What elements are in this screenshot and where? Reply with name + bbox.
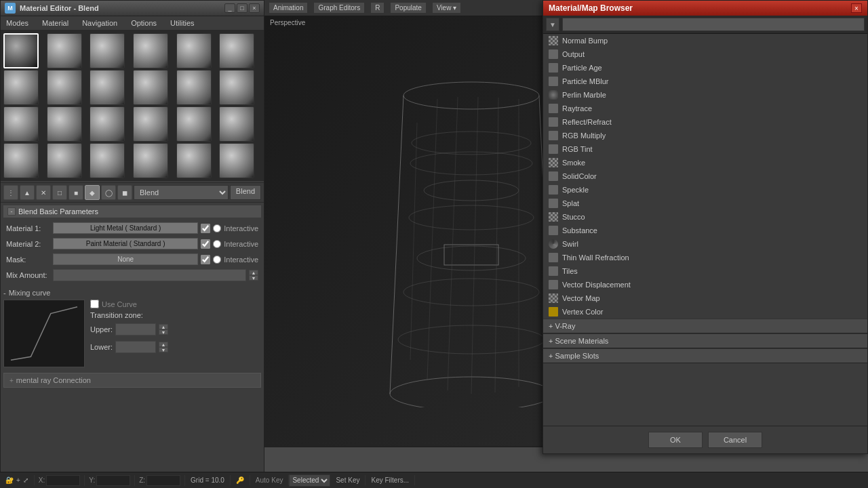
sphere-15[interactable] [90,106,125,142]
tb-delete[interactable]: ✕ [36,185,51,200]
tb-sphere[interactable]: ◯ [101,185,116,200]
sb-set-key-label[interactable]: Set Key [330,475,366,485]
mb-item-output[interactable]: Output [543,47,867,61]
mb-item-rgb-multiply[interactable]: RGB Multiply [543,129,867,142]
mb-item-smoke[interactable]: Smoke [543,156,867,169]
me-menu-modes[interactable]: Modes [3,18,31,28]
mb-item-normal-bump[interactable]: Normal Bump [543,34,867,47]
mb-item-swirl[interactable]: Swirl [543,237,867,251]
me-menu-options[interactable]: Options [128,18,159,28]
mb-item-vector-map[interactable]: Vector Map [543,291,867,305]
mb-search-input[interactable] [562,18,865,31]
rendering-button[interactable]: R [370,2,384,14]
sphere-13[interactable] [3,106,39,142]
sphere-14[interactable] [47,106,82,142]
sb-z-input[interactable] [146,475,180,486]
mb-item-vertex-color[interactable]: Vertex Color [543,305,867,319]
lower-down-arrow[interactable]: ▼ [159,347,168,352]
sphere-19[interactable] [3,143,39,178]
sphere-2[interactable] [47,33,82,68]
material2-radio[interactable] [213,240,221,248]
mb-item-stucco[interactable]: Stucco [543,210,867,224]
sphere-11[interactable] [176,70,212,105]
me-minimize-button[interactable]: _ [224,3,235,13]
material2-checkbox[interactable] [201,239,210,249]
sphere-17[interactable] [176,106,212,142]
mb-item-splat[interactable]: Splat [543,197,867,210]
mb-item-raytrace[interactable]: Raytrace [543,102,867,115]
mix-down-arrow[interactable]: ▼ [249,275,258,281]
mask-radio[interactable] [213,256,221,264]
view-button[interactable]: View ▾ [432,2,461,14]
mental-ray-bar[interactable]: + mental ray Connection [3,373,261,388]
lower-input[interactable]: 0.25 [115,341,156,353]
mb-item-vector-displacement[interactable]: Vector Displacement [543,278,867,291]
me-close-button[interactable]: × [249,3,260,13]
mix-amount-spinner[interactable]: ▲ ▼ [249,270,258,281]
mb-item-perlin-marble[interactable]: Perlin Marble [543,88,867,102]
sphere-21[interactable] [90,143,125,178]
mb-item-reflect/refract[interactable]: Reflect/Refract [543,115,867,129]
use-curve-checkbox[interactable] [90,300,99,308]
tb-paste[interactable]: ■ [68,185,83,200]
sphere-5[interactable] [176,33,212,68]
mb-sample-slots-section[interactable]: + Sample Slots [543,348,867,363]
mb-item-solidcolor[interactable]: SolidColor [543,169,867,183]
tb-checker[interactable]: ◼ [117,185,132,200]
tb-get-from-scene[interactable]: ▲ [20,185,35,200]
mb-item-tiles[interactable]: Tiles [543,264,867,278]
mb-scene-materials-section[interactable]: + Scene Materials [543,333,867,348]
curve-canvas[interactable] [3,300,85,367]
mb-item-substance[interactable]: Substance [543,224,867,237]
mask-checkbox[interactable] [201,255,210,264]
upper-input[interactable]: 0.75 [115,323,156,336]
collapse-btn[interactable]: - [7,207,16,216]
sb-x-input[interactable] [46,475,80,486]
mb-item-thin-wall-refraction[interactable]: Thin Wall Refraction [543,251,867,264]
lower-up-arrow[interactable]: ▲ [159,342,168,347]
upper-up-arrow[interactable]: ▲ [159,324,168,329]
tb-active[interactable]: ◆ [85,185,100,200]
sphere-10[interactable] [133,70,168,105]
sphere-12[interactable] [219,70,254,105]
mb-vray-section[interactable]: + V-Ray [543,319,867,333]
sb-selected-dropdown[interactable]: Selected [289,474,330,487]
me-restore-button[interactable]: □ [237,3,248,13]
sphere-4[interactable] [133,33,168,68]
animate-button[interactable]: Animation [269,2,308,14]
blend-type-select[interactable]: Blend [134,185,229,200]
sb-y-input[interactable] [96,475,130,486]
sb-key-filters-label[interactable]: Key Filters... [366,475,415,485]
mb-item-rgb-tint[interactable]: RGB Tint [543,142,867,156]
sphere-18[interactable] [219,106,254,142]
mb-item-particle-mblur[interactable]: Particle MBlur [543,75,867,88]
mb-close-button[interactable]: × [851,3,862,13]
sphere-1[interactable] [3,33,39,68]
mix-amount-input[interactable]: 100.0 [53,269,246,281]
sphere-24[interactable] [219,143,254,178]
tb-copy[interactable]: □ [52,185,67,200]
sphere-7[interactable] [3,70,39,105]
populate-button[interactable]: Populate [390,2,426,14]
sphere-6[interactable] [219,33,254,68]
material1-radio[interactable] [213,224,221,232]
me-menu-material[interactable]: Material [39,18,71,28]
me-menu-utilities[interactable]: Utilities [167,18,197,28]
mb-cancel-button[interactable]: Cancel [708,432,762,448]
sphere-20[interactable] [47,143,82,178]
mb-ok-button[interactable]: OK [648,432,703,448]
tb-pick-material[interactable]: ⋮ [3,185,18,200]
sphere-23[interactable] [176,143,212,178]
sphere-22[interactable] [133,143,168,178]
sphere-9[interactable] [90,70,125,105]
sphere-16[interactable] [133,106,168,142]
mb-filter-icon[interactable]: ▼ [546,18,559,31]
graph-editors-button[interactable]: Graph Editors [313,2,365,14]
mb-item-particle-age[interactable]: Particle Age [543,61,867,75]
mb-item-speckle[interactable]: Speckle [543,183,867,197]
upper-down-arrow[interactable]: ▼ [159,329,168,335]
mask-button[interactable]: None [53,253,198,265]
sphere-8[interactable] [47,70,82,105]
material1-checkbox[interactable] [201,224,210,233]
upper-spinner[interactable]: ▲ ▼ [159,324,168,335]
